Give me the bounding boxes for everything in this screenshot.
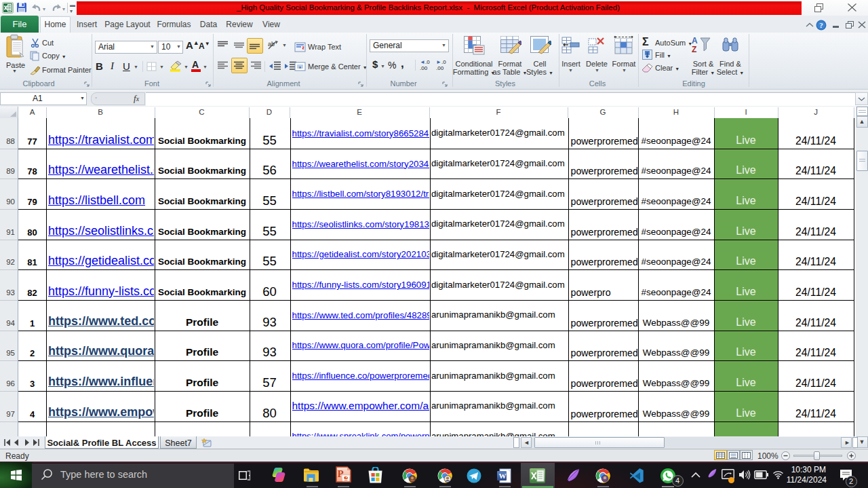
svg-text:W: W (499, 472, 507, 480)
